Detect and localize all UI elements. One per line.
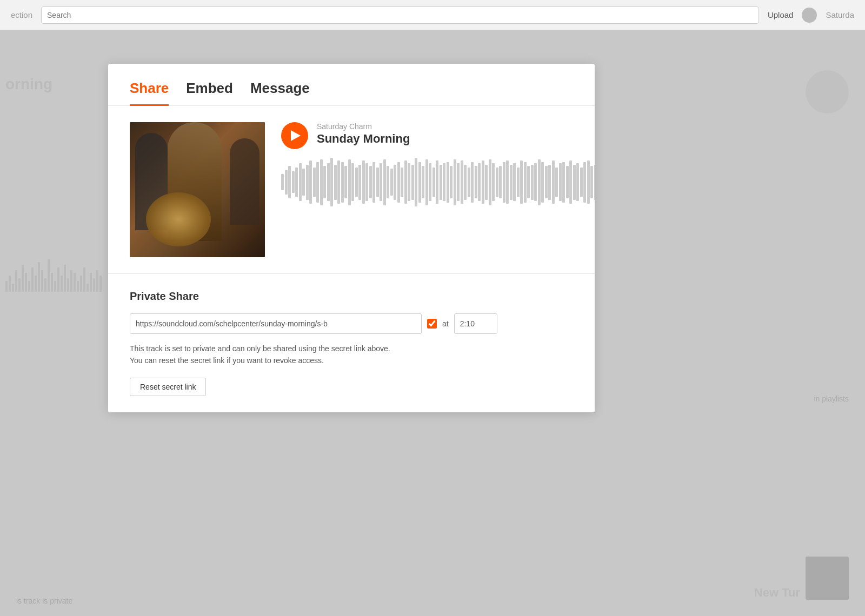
at-label: at: [442, 319, 449, 328]
waveform-bar: [555, 168, 558, 197]
waveform-bar: [334, 165, 337, 200]
waveform-bar: [478, 163, 481, 201]
waveform-bar: [327, 163, 330, 201]
waveform-bar: [517, 168, 520, 197]
waveform-bar: [425, 159, 428, 205]
waveform-bar: [457, 163, 460, 201]
play-icon: [291, 130, 301, 141]
reset-secret-link-button[interactable]: Reset secret link: [130, 378, 206, 396]
play-button[interactable]: [281, 122, 308, 149]
waveform-bar: [468, 168, 470, 197]
waveform-bar: [313, 168, 316, 197]
waveform-bar: [503, 162, 505, 203]
waveform-bar: [513, 163, 516, 201]
waveform-bar: [552, 160, 555, 204]
waveform-bar: [545, 166, 548, 198]
private-share-section: Private Share at This track is set to pr…: [108, 273, 595, 412]
time-input[interactable]: [454, 313, 497, 334]
modal-tabs: Share Embed Message: [108, 64, 595, 106]
private-info-text: This track is set to private and can onl…: [130, 343, 573, 367]
waveform-bar: [306, 165, 309, 200]
waveform-bar: [573, 165, 576, 200]
waveform-bar: [348, 159, 351, 205]
waveform[interactable]: 10:01: [281, 158, 595, 206]
player-info: Saturday Charm Sunday Morning 2 years 🔒 …: [281, 122, 595, 206]
waveform-bar: [587, 160, 590, 204]
waveform-bar: [562, 162, 565, 203]
waveform-bar: [482, 160, 484, 204]
waveform-bar: [316, 162, 319, 203]
tab-share[interactable]: Share: [130, 80, 169, 106]
waveform-bar: [559, 163, 562, 201]
waveform-bar: [394, 165, 396, 200]
album-art: [130, 122, 265, 257]
waveform-bar: [541, 162, 544, 203]
playlist-label: in playlists: [814, 394, 849, 403]
share-url-input[interactable]: [130, 313, 422, 334]
waveform-bar: [492, 163, 495, 201]
waveform-bar: [292, 171, 295, 193]
waveform-bar: [355, 168, 358, 197]
waveform-bar: [580, 168, 583, 197]
waveform-bar: [422, 166, 424, 198]
waveform-bar: [408, 163, 410, 201]
topbar-section-label: ection: [11, 10, 32, 19]
waveform-bar: [341, 162, 344, 203]
time-checkbox[interactable]: [427, 319, 437, 329]
waveform-bar: [390, 169, 393, 196]
waveform-bar: [429, 163, 431, 201]
waveform-bar: [450, 166, 453, 198]
waveform-bar: [383, 159, 386, 205]
waveform-bar: [590, 166, 593, 198]
user-avatar[interactable]: [802, 8, 817, 23]
waveform-bar: [299, 163, 302, 201]
waveform-bar: [376, 168, 379, 197]
waveform-bar: [436, 160, 438, 204]
tab-embed[interactable]: Embed: [186, 80, 233, 106]
waveform-bar: [387, 166, 389, 198]
waveform-bar: [506, 160, 509, 204]
waveform-bar: [323, 166, 326, 198]
waveform-bar: [531, 165, 534, 200]
track-title: Sunday Morning: [317, 132, 595, 146]
waveform-bar: [397, 162, 400, 203]
waveform-bar: [534, 163, 537, 201]
sidebar-title: orning: [0, 70, 58, 98]
waveform-bar: [548, 165, 551, 200]
waveform-bar: [447, 162, 449, 203]
waveform-bar: [475, 166, 477, 198]
waveform-bar: [344, 166, 347, 198]
waveform-bar: [295, 168, 298, 197]
waveform-bar: [485, 165, 488, 200]
waveform-bar: [432, 168, 435, 197]
search-input[interactable]: [41, 6, 759, 24]
waveform-bar: [288, 166, 291, 198]
waveform-bar: [454, 159, 456, 205]
waveform-bar: [285, 170, 288, 195]
private-note: is track is private: [16, 597, 72, 605]
waveform-bar: [569, 160, 572, 204]
waveform-bar: [527, 166, 530, 198]
private-share-title: Private Share: [130, 290, 573, 303]
share-modal: Share Embed Message Saturday Charm Sunda…: [108, 64, 595, 412]
waveform-bar: [418, 162, 421, 203]
upload-button[interactable]: Upload: [768, 10, 794, 19]
waveform-bar: [461, 160, 463, 204]
track-artist: Saturday Charm: [317, 122, 595, 131]
waveform-bar: [443, 163, 445, 201]
waveform-bar: [411, 165, 414, 200]
waveform-bar: [594, 165, 595, 200]
topbar: ection Upload Saturda: [0, 0, 865, 30]
waveform-bar: [401, 168, 403, 197]
waveform-bar: [351, 163, 354, 201]
waveform-bar: [309, 160, 312, 204]
track-meta: Saturday Charm Sunday Morning: [317, 122, 595, 146]
waveform-bar: [520, 160, 523, 204]
waveform-bar: [583, 162, 586, 203]
painting-lute: [146, 192, 211, 246]
sidebar-waveform: [0, 249, 108, 292]
waveform-bar: [538, 159, 541, 205]
waveform-bar: [358, 165, 361, 200]
tab-message[interactable]: Message: [250, 80, 310, 106]
painting-figure-right: [230, 138, 260, 225]
